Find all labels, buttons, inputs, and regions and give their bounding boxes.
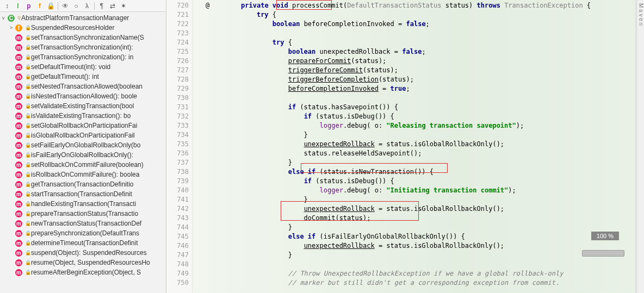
code-line[interactable]	[206, 260, 635, 269]
tree-item[interactable]: m🔒getDefaultTimeout(): int	[0, 72, 166, 82]
line-number[interactable]: 733	[166, 121, 189, 130]
line-number[interactable]: 741	[166, 195, 189, 204]
line-number[interactable]: 724	[166, 38, 189, 47]
filter-property-icon[interactable]: p	[24, 1, 34, 11]
code-line[interactable]: boolean beforeCompletionInvoked = false;	[206, 20, 635, 29]
tree-item[interactable]: m🔒determineTimeout(TransactionDefinit	[0, 238, 166, 248]
code-line[interactable]: if (status.isDebug()) {	[206, 112, 635, 121]
tree-item[interactable]: m🔒prepareSynchronization(DefaultTrans	[0, 228, 166, 238]
circle-icon[interactable]: ○	[71, 1, 81, 11]
lock-icon[interactable]: 🔒	[46, 1, 55, 11]
line-number-gutter[interactable]: 7207217227237247257267277287297307317327…	[166, 0, 193, 293]
tree-root[interactable]: v C ⚲ AbstractPlatformTransactionManager	[0, 13, 166, 23]
code-line[interactable]	[206, 29, 635, 38]
line-number[interactable]: 740	[166, 186, 189, 195]
code-line[interactable]: }	[206, 158, 635, 167]
tree-item[interactable]: m🔒isNestedTransactionAllowed(): boole	[0, 91, 166, 101]
code-line[interactable]: }	[206, 195, 635, 204]
line-number[interactable]: 736	[166, 149, 189, 158]
tree-item[interactable]: m🔒setGlobalRollbackOnParticipationFai	[0, 121, 166, 130]
line-number[interactable]: 735	[166, 140, 189, 149]
visibility-icon[interactable]: 👁	[60, 1, 70, 11]
filter-field-icon[interactable]: f	[35, 1, 45, 11]
tree-item[interactable]: m🔒suspend(Object): SuspendedResources	[0, 248, 166, 258]
code-line[interactable]: if (status.hasSavepoint()) {	[206, 103, 635, 112]
line-number[interactable]: 722	[166, 20, 189, 29]
code-line[interactable]: boolean unexpectedRollback = false;	[206, 47, 635, 57]
tree-item[interactable]: m🔒isValidateExistingTransaction(): bo	[0, 111, 166, 121]
tree-item[interactable]: m🔒setValidateExistingTransaction(bool	[0, 101, 166, 111]
tree-item[interactable]: m🔒isFailEarlyOnGlobalRollbackOnly():	[0, 150, 166, 160]
tree-item[interactable]: m🔒isGlobalRollbackOnParticipationFail	[0, 130, 166, 140]
tree-item[interactable]: m🔒getTransactionSynchronization(): in	[0, 52, 166, 62]
tree-item[interactable]: m🔒getTransaction(TransactionDefinitio	[0, 179, 166, 189]
code-line[interactable]: try {	[206, 10, 635, 20]
line-number[interactable]: 743	[166, 214, 189, 223]
line-number[interactable]: 747	[166, 251, 189, 260]
line-number[interactable]: 726	[166, 57, 189, 66]
code-line[interactable]: triggerBeforeCompletion(status);	[206, 75, 635, 84]
code-area[interactable]: @ private void processCommit(DefaultTran…	[193, 0, 635, 289]
filter-interface-icon[interactable]: I	[13, 1, 23, 11]
tree-item[interactable]: m🔒setRollbackOnCommitFailure(boolean)	[0, 160, 166, 170]
maven-tool-tab[interactable]: M a v e n	[636, 0, 644, 293]
tree-item[interactable]: m🔒startTransaction(TransactionDefinit	[0, 189, 166, 199]
tree-item[interactable]: m🔒newTransactionStatus(TransactionDef	[0, 219, 166, 228]
line-number[interactable]: 731	[166, 103, 189, 112]
line-number[interactable]: 748	[166, 260, 189, 269]
code-line[interactable]: @ private void processCommit(DefaultTran…	[206, 1, 635, 10]
line-number[interactable]: 729	[166, 84, 189, 93]
line-number[interactable]: 723	[166, 29, 189, 38]
line-number[interactable]: 720	[166, 1, 189, 10]
code-line[interactable]: if (status.isDebug()) {	[206, 177, 635, 186]
structure-tree[interactable]: v C ⚲ AbstractPlatformTransactionManager…	[0, 12, 166, 293]
pilcrow-icon[interactable]: ¶	[97, 1, 107, 11]
code-line[interactable]	[206, 93, 635, 103]
line-number[interactable]: 730	[166, 93, 189, 103]
code-line[interactable]: try {	[206, 38, 635, 47]
code-line[interactable]: }	[206, 223, 635, 232]
code-line[interactable]: prepareForCommit(status);	[206, 57, 635, 66]
line-number[interactable]: 750	[166, 278, 189, 288]
line-number[interactable]: 745	[166, 232, 189, 241]
tree-item[interactable]: m🔒resume(Object, SuspendedResourcesHo	[0, 258, 166, 267]
horizontal-scrollbar-thumb[interactable]	[582, 250, 624, 257]
swap-icon[interactable]: ⇄	[108, 1, 117, 11]
expand-arrow-icon[interactable]: >	[10, 25, 15, 30]
code-line[interactable]: // Throw UnexpectedRollbackException if …	[206, 269, 635, 278]
code-line[interactable]: beforeCompletionInvoked = true;	[206, 84, 635, 93]
code-line[interactable]: unexpectedRollback = status.isGlobalRoll…	[206, 140, 635, 149]
code-line[interactable]: logger.debug( o: "Initiating transaction…	[206, 186, 635, 195]
line-number[interactable]: 734	[166, 130, 189, 140]
line-number[interactable]: 739	[166, 177, 189, 186]
code-line[interactable]: else if (isFailEarlyOnGlobalRollbackOnly…	[206, 232, 635, 241]
line-number[interactable]: 737	[166, 158, 189, 167]
code-line[interactable]: else if (status.isNewTransaction()) {	[206, 167, 635, 177]
code-line[interactable]: unexpectedRollback = status.isGlobalRoll…	[206, 204, 635, 214]
expand-arrow-icon[interactable]: v	[2, 15, 8, 21]
tree-item[interactable]: m🔒setDefaultTimeout(int): void	[0, 62, 166, 72]
tree-item[interactable]: m🔒setNestedTransactionAllowed(boolean	[0, 82, 166, 91]
tree-item[interactable]: m🔒isRollbackOnCommitFailure(): boolea	[0, 170, 166, 179]
code-line[interactable]: doCommit(status);	[206, 214, 635, 223]
code-line[interactable]: }	[206, 251, 635, 260]
code-line[interactable]: unexpectedRollback = status.isGlobalRoll…	[206, 241, 635, 251]
tree-item[interactable]: m🔒setTransactionSynchronization(int):	[0, 42, 166, 52]
line-number[interactable]: 727	[166, 66, 189, 75]
tree-item[interactable]: m🔒resumeAfterBeginException(Object, S	[0, 267, 166, 277]
lambda-icon[interactable]: λ	[82, 1, 92, 11]
code-line[interactable]: status.releaseHeldSavepoint();	[206, 149, 635, 158]
code-line[interactable]: triggerBeforeCommit(status);	[206, 66, 635, 75]
code-line[interactable]: logger.debug( o: "Releasing transaction …	[206, 121, 635, 130]
sort-icon[interactable]: ↕	[2, 1, 12, 11]
tree-item[interactable]: m🔒handleExistingTransaction(Transacti	[0, 199, 166, 209]
tree-item[interactable]: m🔒setTransactionSynchronizationName(S	[0, 33, 166, 42]
line-number[interactable]: 728	[166, 75, 189, 84]
code-line[interactable]: // marker but still didn't get a corresp…	[206, 278, 635, 288]
code-editor[interactable]: @ private void processCommit(DefaultTran…	[193, 0, 635, 293]
star-icon[interactable]: ✶	[119, 1, 128, 11]
tree-item[interactable]: >f🔒SuspendedResourcesHolder	[0, 23, 166, 33]
tree-item[interactable]: m🔒setFailEarlyOnGlobalRollbackOnly(bo	[0, 140, 166, 150]
line-number[interactable]: 738	[166, 167, 189, 177]
line-number[interactable]: 725	[166, 47, 189, 57]
